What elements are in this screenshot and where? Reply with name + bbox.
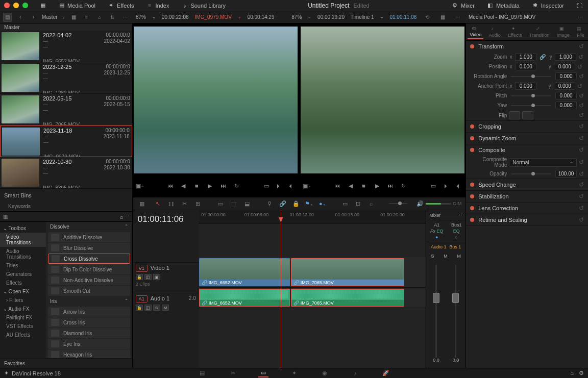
reset-icon[interactable]: ↺: [579, 73, 584, 80]
src-match-frame[interactable]: ▣ ⌄: [136, 181, 145, 190]
flag-button[interactable]: ⚑ ⌄: [304, 198, 314, 209]
rec-in-out[interactable]: ▭: [429, 181, 438, 190]
fader-bus1[interactable]: 0.0: [449, 265, 462, 363]
video-clip-1[interactable]: 🔗IMG_6652.MOV: [199, 258, 290, 286]
src-stop[interactable]: ■: [192, 181, 201, 190]
fx-item[interactable]: Diamond Iris: [48, 328, 130, 338]
clip-item[interactable]: 2022-04-0200:00:00:0 —2022-04-02 — IMG_6…: [0, 31, 132, 62]
reset-icon[interactable]: ↺: [579, 205, 584, 212]
src-last-frame[interactable]: ⏭: [218, 181, 228, 190]
ch-solo[interactable]: S: [431, 254, 434, 259]
section-speed[interactable]: Speed Change↺: [466, 179, 588, 190]
fx-item[interactable]: Hexagon Iris: [48, 349, 130, 358]
reset-icon[interactable]: ↺: [579, 159, 584, 166]
minimize-window[interactable]: [13, 3, 19, 8]
maximize-window[interactable]: [22, 3, 28, 8]
fx-search-button[interactable]: ⌕: [120, 214, 124, 220]
window-controls[interactable]: [0, 3, 32, 8]
bin-master[interactable]: Master: [0, 23, 132, 31]
fx-effects[interactable]: Effects: [0, 279, 46, 287]
rec-stop[interactable]: ■: [359, 181, 369, 190]
lock-icon[interactable]: 🔒: [136, 274, 143, 280]
clip-item[interactable]: 2023-11-1800:00:00:0 —2023-11-18 — IMG_0…: [0, 125, 132, 157]
clip-item[interactable]: 2022-05-1500:00:00:0 —2022-05-15 — IMG_7…: [0, 94, 132, 125]
playhead[interactable]: [281, 210, 281, 368]
fader-a1[interactable]: 0.0: [429, 265, 443, 363]
project-settings-button[interactable]: ⚙: [579, 370, 584, 376]
toolbox-header[interactable]: ⌄ Toolbox: [0, 224, 46, 233]
reset-icon[interactable]: ↺: [579, 112, 584, 119]
insp-tab-image[interactable]: ▣Image: [555, 25, 572, 39]
replace-tool[interactable]: ⬚: [229, 198, 239, 209]
reset-icon[interactable]: ↺: [577, 63, 582, 70]
reset-icon[interactable]: ↺: [579, 170, 584, 178]
thumb-view-button[interactable]: ▦: [69, 13, 78, 22]
fx-cat-iris[interactable]: Iris⌃: [46, 296, 132, 306]
trim-tool[interactable]: ⫿⫿: [166, 198, 177, 209]
rec-go-prev[interactable]: ⏴: [453, 181, 462, 190]
audio-clip-2[interactable]: 🔗IMG_7065.MOV: [291, 289, 404, 307]
clip-item[interactable]: 2023-12-2500:00:00:0 —2023-12-25 — IMG_1…: [0, 62, 132, 94]
favorites-header[interactable]: Favorites: [0, 358, 132, 368]
openfx-header[interactable]: ⌄ Open FX: [0, 287, 46, 296]
reset-icon[interactable]: ↺: [579, 181, 584, 188]
fx-audio-transitions[interactable]: Audio Transitions: [0, 247, 46, 261]
reset-icon[interactable]: ↺: [579, 193, 584, 200]
marker-button[interactable]: ● ⌄: [317, 198, 328, 209]
insp-tab-video[interactable]: ▭Video: [468, 24, 483, 39]
media-pool-tab[interactable]: ▤Media Pool: [53, 1, 101, 10]
layout-button[interactable]: ▦: [34, 1, 51, 10]
src-first-frame[interactable]: ⏮: [165, 181, 175, 190]
search-button[interactable]: ⌕: [95, 13, 104, 22]
zoom-y-input[interactable]: 1.000: [555, 53, 576, 61]
disable-icon[interactable]: ▣: [153, 274, 160, 280]
fx-generators[interactable]: Generators: [0, 270, 46, 279]
fx-layout-button[interactable]: ▥: [3, 213, 8, 220]
keywords-bin[interactable]: Keywords: [0, 201, 132, 211]
bin-view-button[interactable]: ▤: [3, 13, 12, 22]
tl-view-button[interactable]: ▦: [137, 198, 147, 209]
composite-mode-dropdown[interactable]: Normal⌄: [509, 158, 577, 167]
reset-icon[interactable]: ↺: [579, 216, 584, 223]
fx-item[interactable]: Additive Dissolve: [48, 232, 130, 242]
insp-tab-effects[interactable]: ✦Effects: [506, 25, 524, 39]
sync-button[interactable]: ⟲: [423, 13, 432, 22]
video-clip-2[interactable]: 🔗IMG_7065.MOV: [291, 258, 404, 286]
mute-icon[interactable]: M: [162, 305, 169, 311]
anchor-x-input[interactable]: 0.000: [515, 82, 536, 90]
smart-bins-header[interactable]: Smart Bins: [0, 189, 132, 201]
page-cut[interactable]: ✂: [228, 369, 238, 377]
link-button[interactable]: 🔗: [278, 198, 288, 209]
rec-go-next[interactable]: ⏵: [441, 181, 450, 190]
fit-tool[interactable]: ⬓: [242, 198, 252, 209]
volume-control[interactable]: 🔊DIM: [416, 200, 462, 207]
reset-icon[interactable]: ↺: [579, 43, 584, 50]
opacity-slider[interactable]: [511, 173, 551, 174]
rec-play[interactable]: ▶: [373, 181, 382, 190]
solo-icon[interactable]: S: [153, 305, 160, 311]
video-track-header[interactable]: V1Video 1 🔒◫▣ 2 Clips: [133, 262, 199, 293]
inspector-tab[interactable]: ✱Inspector: [527, 1, 569, 10]
audio-track[interactable]: 🔗IMG_6652.MOV 🔗IMG_7065.MOV: [199, 288, 426, 308]
timeline-ruler[interactable]: 01:00:00:00 01:00:08:00 01:00:12:00 01:0…: [199, 210, 426, 223]
home-button[interactable]: ⌂: [570, 370, 574, 376]
ch-mute-2[interactable]: M: [457, 254, 461, 259]
fx-fairlight[interactable]: Fairlight FX: [0, 313, 46, 322]
video-track[interactable]: 🔗IMG_6652.MOV 🔗IMG_7065.MOV: [199, 257, 426, 288]
src-go-prev[interactable]: ⏴: [286, 181, 296, 190]
section-stabilization[interactable]: Stabilization↺: [466, 191, 588, 202]
inspector-more-button[interactable]: ⋯: [576, 13, 585, 22]
index-tab[interactable]: ≡Index: [141, 1, 174, 10]
page-media[interactable]: ▤: [197, 369, 207, 377]
expand-button[interactable]: ⛶: [571, 1, 588, 10]
timeline-name[interactable]: Timeline 1: [351, 14, 374, 20]
timeline-body[interactable]: 01:00:00:00 01:00:08:00 01:00:12:00 01:0…: [199, 210, 426, 368]
src-in-out[interactable]: ▭: [262, 181, 271, 190]
fx-item[interactable]: Cross Dissolve: [48, 254, 130, 264]
section-dynamic-zoom[interactable]: Dynamic Zoom↺: [466, 133, 588, 144]
fx-item[interactable]: Blur Dissolve: [48, 243, 130, 253]
page-deliver[interactable]: 🚀: [381, 369, 391, 377]
effects-tab[interactable]: ✦Effects: [103, 1, 139, 10]
fx-item[interactable]: Smooth Cut: [48, 286, 130, 296]
src-loop[interactable]: ↻: [232, 181, 241, 190]
